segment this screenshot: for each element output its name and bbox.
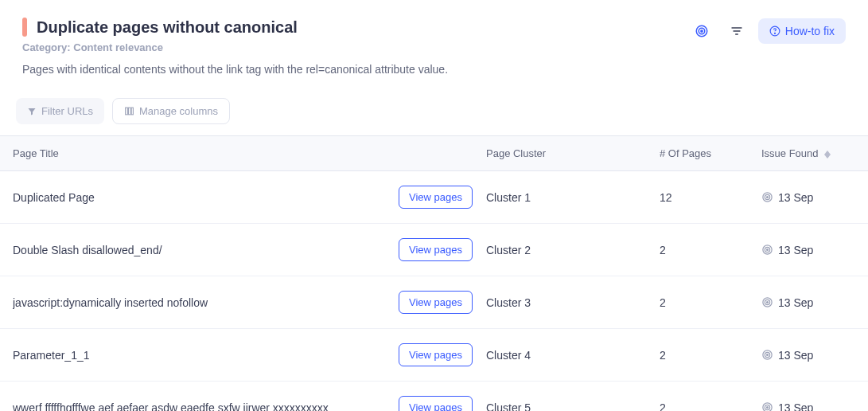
svg-rect-6	[128, 108, 130, 115]
table-row: Parameter_1_1View pagesCluster 4213 Sep	[0, 329, 868, 382]
cell-num-pages: 2	[660, 296, 761, 309]
issue-date: 13 Sep	[778, 296, 813, 309]
filter-label: Filter URLs	[41, 105, 93, 117]
issue-date: 13 Sep	[778, 244, 813, 256]
cell-page-cluster: Cluster 4	[486, 349, 660, 362]
cell-issue-found: 13 Sep	[761, 349, 855, 362]
cell-actions: View pages	[399, 343, 486, 366]
view-pages-button[interactable]: View pages	[399, 343, 473, 366]
issue-date: 13 Sep	[778, 191, 813, 204]
category-label: Category: Content relevance	[22, 41, 688, 53]
target-icon	[761, 401, 773, 411]
cell-actions: View pages	[399, 186, 486, 209]
cell-issue-found: 13 Sep	[761, 191, 855, 204]
table-row: Double Slash disallowed_end/View pagesCl…	[0, 224, 868, 276]
cell-page-title: javascript:dynamically inserted nofollow	[13, 296, 399, 309]
svg-rect-5	[126, 108, 128, 115]
svg-point-2	[701, 30, 703, 32]
question-icon	[769, 25, 780, 37]
sort-icon	[730, 25, 743, 37]
cell-num-pages: 2	[660, 349, 761, 362]
view-pages-button[interactable]: View pages	[399, 291, 473, 314]
svg-point-4	[774, 33, 775, 33]
cell-page-cluster: Cluster 2	[486, 244, 660, 256]
cell-page-title: Duplicated Page	[13, 191, 399, 204]
cell-page-title: Parameter_1_1	[13, 349, 399, 362]
view-pages-button[interactable]: View pages	[399, 238, 473, 261]
page-container: Duplicate pages without canonical Catego…	[0, 0, 868, 411]
manage-columns-button[interactable]: Manage columns	[112, 98, 230, 124]
target-icon	[761, 296, 773, 308]
target-icon	[761, 191, 773, 203]
target-icon	[695, 24, 709, 38]
col-header-page-cluster[interactable]: Page Cluster	[486, 147, 660, 159]
cell-num-pages: 2	[660, 244, 761, 256]
page-title: Duplicate pages without canonical	[37, 18, 298, 37]
severity-indicator	[22, 18, 27, 37]
table-row: javascript:dynamically inserted nofollow…	[0, 276, 868, 329]
cell-issue-found: 13 Sep	[761, 296, 855, 309]
cell-page-cluster: Cluster 3	[486, 296, 660, 309]
view-pages-button[interactable]: View pages	[399, 186, 473, 209]
page-header: Duplicate pages without canonical Catego…	[0, 0, 868, 98]
header-left: Duplicate pages without canonical Catego…	[22, 18, 688, 88]
target-icon	[761, 349, 773, 361]
sort-arrows-icon	[824, 151, 831, 159]
cell-num-pages: 12	[660, 191, 761, 204]
cell-actions: View pages	[399, 396, 486, 411]
col-header-issue-found[interactable]: Issue Found	[761, 147, 855, 159]
howto-fix-button[interactable]: How-to fix	[758, 18, 846, 44]
howto-label: How-to fix	[785, 25, 835, 37]
cell-issue-found: 13 Sep	[761, 401, 855, 412]
sort-icon-button[interactable]	[723, 18, 750, 45]
cell-page-cluster: Cluster 1	[486, 191, 660, 204]
svg-point-13	[767, 249, 769, 251]
col-header-num-pages[interactable]: # Of Pages	[660, 147, 761, 159]
toolbar: Filter URLs Manage columns	[0, 98, 868, 135]
columns-label: Manage columns	[139, 105, 218, 117]
target-icon-button[interactable]	[688, 18, 715, 45]
cell-actions: View pages	[399, 238, 486, 261]
header-actions: How-to fix	[688, 18, 846, 45]
cell-page-cluster: Cluster 5	[486, 401, 660, 412]
cell-page-title: wwerf fffffhgfffwe aef aefaer asdw eaedf…	[13, 401, 399, 412]
table-row: Duplicated PageView pagesCluster 11213 S…	[0, 171, 868, 224]
issue-date: 13 Sep	[778, 401, 813, 412]
cell-page-title: Double Slash disallowed_end/	[13, 244, 399, 256]
columns-icon	[124, 106, 134, 116]
table-header-row: Page Title Page Cluster # Of Pages Issue…	[0, 136, 868, 171]
filter-icon	[27, 107, 37, 116]
filter-urls-button[interactable]: Filter URLs	[16, 98, 104, 124]
title-row: Duplicate pages without canonical	[22, 18, 688, 37]
data-table: Page Title Page Cluster # Of Pages Issue…	[0, 135, 868, 411]
target-icon	[761, 244, 773, 256]
col-header-actions	[399, 147, 486, 159]
svg-point-16	[767, 302, 769, 303]
svg-point-10	[767, 197, 769, 198]
view-pages-button[interactable]: View pages	[399, 396, 473, 411]
cell-issue-found: 13 Sep	[761, 244, 855, 256]
cell-num-pages: 2	[660, 401, 761, 412]
issue-date: 13 Sep	[778, 349, 813, 362]
issue-found-label: Issue Found	[761, 147, 819, 159]
issue-description: Pages with identical contents without th…	[22, 63, 688, 76]
cell-actions: View pages	[399, 291, 486, 314]
svg-point-22	[767, 407, 769, 409]
svg-rect-7	[131, 108, 133, 115]
table-body: Duplicated PageView pagesCluster 11213 S…	[0, 171, 868, 411]
svg-point-19	[767, 354, 769, 356]
table-row: wwerf fffffhgfffwe aef aefaer asdw eaedf…	[0, 382, 868, 411]
col-header-page-title[interactable]: Page Title	[13, 147, 399, 159]
